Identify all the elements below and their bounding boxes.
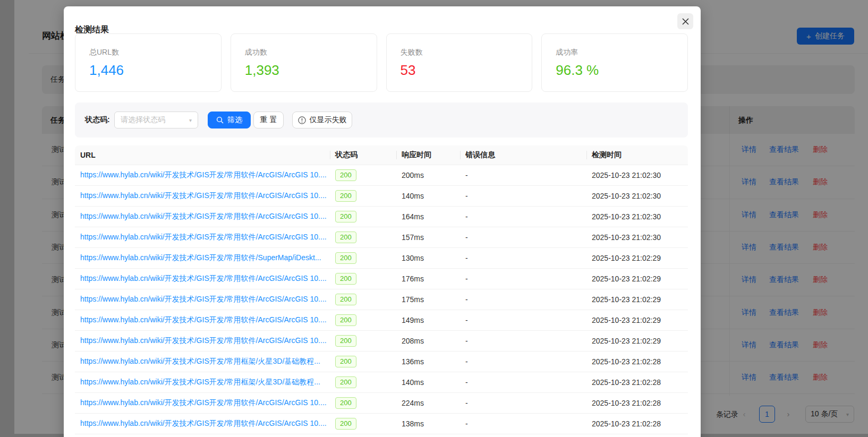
url-link[interactable]: https://www.hylab.cn/wiki/开发技术/GIS开发/常用软…: [80, 170, 327, 179]
url-link[interactable]: https://www.hylab.cn/wiki/开发技术/GIS开发/常用软…: [80, 253, 321, 262]
check-time: 2025-10-23 21:02:29: [586, 316, 688, 324]
result-row: https://www.hylab.cn/wiki/开发技术/GIS开发/常用软…: [75, 165, 688, 186]
url-link[interactable]: https://www.hylab.cn/wiki/开发技术/GIS开发/常用软…: [80, 419, 327, 427]
stat-card-fail: 失败数 53: [386, 33, 533, 92]
col-time: 响应时间: [396, 150, 460, 160]
error-message: -: [460, 254, 586, 262]
result-row: https://www.hylab.cn/wiki/开发技术/GIS开发/常用软…: [75, 310, 688, 331]
fail-only-label: 仅显示失败: [310, 115, 347, 125]
url-link[interactable]: https://www.hylab.cn/wiki/开发技术/GIS开发/常用软…: [80, 315, 327, 324]
result-row: https://www.hylab.cn/wiki/开发技术/GIS开发/常用软…: [75, 289, 688, 310]
response-time: 176ms: [396, 275, 460, 283]
status-badge: 200: [335, 294, 356, 305]
close-button[interactable]: [677, 13, 693, 29]
result-table: URL 状态码 响应时间 错误信息 检测时间 https://www.hylab…: [75, 145, 688, 434]
url-link[interactable]: https://www.hylab.cn/wiki/开发技术/GIS开发/常用软…: [80, 336, 327, 345]
check-time: 2025-10-23 21:02:28: [586, 357, 688, 366]
result-row: https://www.hylab.cn/wiki/开发技术/GIS开发/常用软…: [75, 248, 688, 269]
select-placeholder: 请选择状态码: [121, 115, 165, 125]
search-icon: [216, 116, 224, 124]
stat-label: 成功数: [245, 48, 377, 57]
status-badge: 200: [335, 335, 356, 347]
fail-only-button[interactable]: 仅显示失败: [292, 112, 352, 128]
col-error: 错误信息: [460, 150, 586, 160]
result-row: https://www.hylab.cn/wiki/开发技术/GIS开发/常用软…: [75, 393, 688, 414]
url-link[interactable]: https://www.hylab.cn/wiki/开发技术/GIS开发/常用框…: [80, 378, 320, 386]
stat-value: 53: [401, 62, 532, 79]
error-message: -: [460, 295, 586, 304]
result-row: https://www.hylab.cn/wiki/开发技术/GIS开发/常用软…: [75, 207, 688, 227]
stat-value: 96.3 %: [556, 62, 687, 79]
response-time: 157ms: [396, 233, 460, 242]
status-badge: 200: [335, 356, 356, 367]
status-code-select[interactable]: 请选择状态码 ▾: [114, 112, 198, 128]
close-icon: [682, 18, 689, 25]
result-row: https://www.hylab.cn/wiki/开发技术/GIS开发/常用框…: [75, 372, 688, 393]
status-badge: 200: [335, 314, 356, 326]
stat-label: 总URL数: [89, 48, 221, 57]
status-badge: 200: [335, 252, 356, 264]
status-badge: 200: [335, 190, 356, 202]
reset-button[interactable]: 重 置: [253, 112, 284, 128]
response-time: 175ms: [396, 295, 460, 304]
check-time: 2025-10-23 21:02:29: [586, 254, 688, 262]
filter-button[interactable]: 筛选: [208, 112, 251, 128]
stat-card-rate: 成功率 96.3 %: [541, 33, 688, 92]
reset-button-label: 重 置: [260, 115, 277, 125]
error-message: -: [460, 316, 586, 324]
chevron-down-icon: ▾: [189, 117, 192, 123]
result-row: https://www.hylab.cn/wiki/开发技术/GIS开发/常用软…: [75, 414, 688, 434]
check-time: 2025-10-23 21:02:28: [586, 399, 688, 407]
response-time: 224ms: [396, 399, 460, 407]
url-link[interactable]: https://www.hylab.cn/wiki/开发技术/GIS开发/常用软…: [80, 212, 327, 220]
url-link[interactable]: https://www.hylab.cn/wiki/开发技术/GIS开发/常用软…: [80, 274, 327, 282]
error-message: -: [460, 337, 586, 345]
stats-row: 总URL数 1,446 成功数 1,393 失败数 53 成功率 96.3 %: [75, 33, 688, 92]
col-checked: 检测时间: [586, 150, 688, 160]
screen: 网站检测 + 创建任务 任务状态 任务名称 操作 测试202 详情 查看结果 删…: [0, 0, 868, 437]
response-time: 136ms: [396, 357, 460, 366]
error-message: -: [460, 212, 586, 221]
result-row: https://www.hylab.cn/wiki/开发技术/GIS开发/常用软…: [75, 331, 688, 352]
stat-label: 失败数: [401, 48, 532, 57]
check-time: 2025-10-23 21:02:30: [586, 171, 688, 179]
url-link[interactable]: https://www.hylab.cn/wiki/开发技术/GIS开发/常用软…: [80, 233, 327, 241]
response-time: 138ms: [396, 419, 460, 428]
url-link[interactable]: https://www.hylab.cn/wiki/开发技术/GIS开发/常用软…: [80, 295, 327, 303]
result-row: https://www.hylab.cn/wiki/开发技术/GIS开发/常用框…: [75, 352, 688, 372]
status-badge: 200: [335, 273, 356, 285]
check-time: 2025-10-23 21:02:28: [586, 419, 688, 428]
status-badge: 200: [335, 211, 356, 222]
status-badge: 200: [335, 397, 356, 409]
response-time: 208ms: [396, 337, 460, 345]
stat-label: 成功率: [556, 48, 687, 57]
check-time: 2025-10-23 21:02:30: [586, 233, 688, 242]
check-time: 2025-10-23 21:02:30: [586, 192, 688, 200]
error-message: -: [460, 192, 586, 200]
error-message: -: [460, 419, 586, 428]
check-time: 2025-10-23 21:02:30: [586, 212, 688, 221]
url-link[interactable]: https://www.hylab.cn/wiki/开发技术/GIS开发/常用软…: [80, 398, 327, 407]
col-url: URL: [75, 151, 330, 159]
stat-value: 1,446: [89, 62, 221, 79]
response-time: 140ms: [396, 378, 460, 387]
result-modal: 检测结果 总URL数 1,446 成功数 1,393 失败数 53 成功率 96…: [64, 6, 701, 437]
status-badge: 200: [335, 232, 356, 243]
col-status: 状态码: [330, 150, 396, 160]
response-time: 200ms: [396, 171, 460, 179]
status-badge: 200: [335, 418, 356, 430]
error-message: -: [460, 275, 586, 283]
check-time: 2025-10-23 21:02:28: [586, 378, 688, 387]
result-table-body: https://www.hylab.cn/wiki/开发技术/GIS开发/常用软…: [75, 165, 688, 434]
response-time: 140ms: [396, 192, 460, 200]
result-row: https://www.hylab.cn/wiki/开发技术/GIS开发/常用软…: [75, 227, 688, 248]
status-code-label: 状态码:: [85, 115, 110, 125]
url-link[interactable]: https://www.hylab.cn/wiki/开发技术/GIS开发/常用软…: [80, 191, 327, 200]
url-link[interactable]: https://www.hylab.cn/wiki/开发技术/GIS开发/常用框…: [80, 357, 320, 365]
response-time: 149ms: [396, 316, 460, 324]
error-message: -: [460, 378, 586, 387]
result-row: https://www.hylab.cn/wiki/开发技术/GIS开发/常用软…: [75, 186, 688, 207]
stat-card-success: 成功数 1,393: [231, 33, 377, 92]
response-time: 130ms: [396, 254, 460, 262]
error-message: -: [460, 233, 586, 242]
